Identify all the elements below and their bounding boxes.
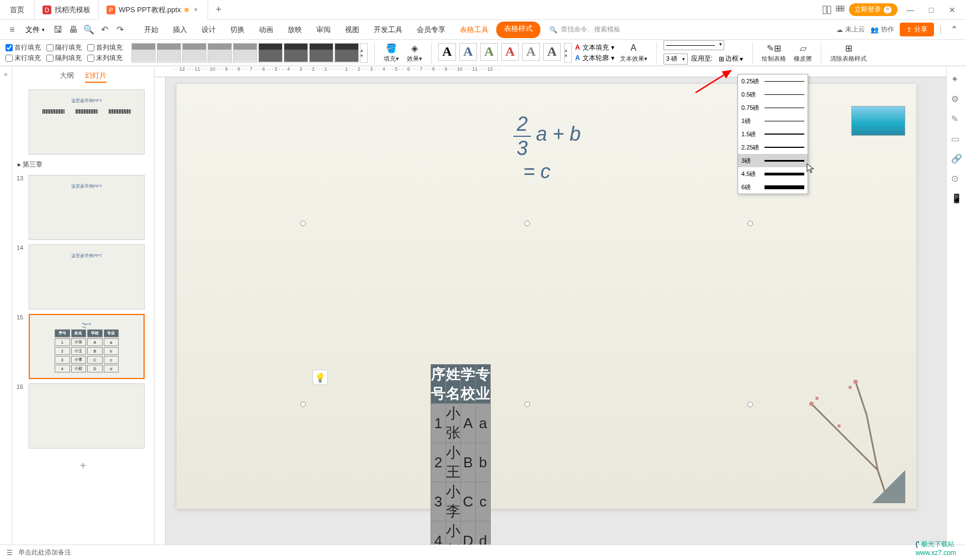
selection-handle[interactable] bbox=[300, 221, 306, 226]
chapter-header[interactable]: ▸ 第三章 bbox=[12, 157, 154, 173]
tab-design[interactable]: 设计 bbox=[195, 22, 222, 38]
minimize-button[interactable]: — bbox=[902, 6, 919, 14]
location-icon[interactable]: ⊙ bbox=[951, 173, 962, 184]
tab-start[interactable]: 开始 bbox=[137, 22, 165, 38]
slide-image[interactable] bbox=[851, 106, 905, 136]
maximize-button[interactable]: □ bbox=[923, 6, 940, 14]
login-button[interactable]: 立即登录 bbox=[849, 3, 898, 16]
slide-thumb-14[interactable]: 这里是举例PPT bbox=[29, 244, 145, 310]
fill-button[interactable]: 🪣填充▾ bbox=[381, 42, 401, 63]
tab-template[interactable]: D 找稻壳模板 bbox=[35, 0, 99, 20]
save-icon[interactable]: 🖫 bbox=[51, 23, 65, 36]
file-menu[interactable]: 文件▾ bbox=[21, 23, 49, 37]
selection-handle[interactable] bbox=[524, 402, 530, 407]
line-weight-select[interactable]: 3 磅▾ bbox=[664, 54, 688, 65]
clear-style-button[interactable]: ⊞清除表格样式 bbox=[828, 42, 869, 63]
main-table[interactable]: 序号 姓名 学校 专业 1小张Aa 2小王Bb 3小李Cc 4小赵Dd bbox=[431, 364, 491, 545]
wordart-gallery[interactable]: A A A A A A ▴▾ bbox=[438, 43, 572, 63]
slide-thumb-13[interactable]: 这里是举例PPT bbox=[29, 175, 145, 240]
share-button[interactable]: ⇪分享 bbox=[900, 23, 934, 36]
new-tab-button[interactable]: + bbox=[208, 4, 230, 15]
statusbar: ☰ 单击此处添加备注 bbox=[0, 545, 966, 560]
tab-slideshow[interactable]: 放映 bbox=[281, 22, 309, 38]
svg-rect-9 bbox=[836, 9, 838, 11]
collab-button[interactable]: 👥协作 bbox=[871, 25, 894, 34]
design-icon[interactable]: ✦ bbox=[951, 74, 962, 85]
tab-transition[interactable]: 切换 bbox=[224, 22, 251, 38]
table-style-gallery[interactable]: document.write(Array(9).fill(0).map((_,i… bbox=[131, 43, 368, 63]
tab-home[interactable]: 首页 bbox=[0, 0, 35, 20]
check-alt-row[interactable]: 隔行填充 bbox=[46, 43, 82, 52]
undo-icon[interactable]: ↶ bbox=[98, 23, 111, 36]
gallery-more-icon[interactable]: ▴▾ bbox=[360, 43, 368, 63]
close-button[interactable]: ✕ bbox=[944, 6, 960, 14]
search-input[interactable]: 🔍 查找命令、搜索模板 bbox=[549, 25, 620, 34]
weight-option[interactable]: 0.5磅 bbox=[738, 88, 808, 101]
weight-option[interactable]: 2.25磅 bbox=[738, 141, 808, 154]
selection-handle[interactable] bbox=[524, 221, 530, 226]
add-slide-button[interactable]: + bbox=[12, 451, 154, 481]
link-icon[interactable]: 🔗 bbox=[951, 153, 962, 164]
notes-icon[interactable]: ☰ bbox=[7, 549, 13, 557]
eraser-button[interactable]: ▱橡皮擦 bbox=[792, 42, 814, 63]
present-icon[interactable]: ▭ bbox=[951, 134, 962, 145]
table-header[interactable]: 序号 bbox=[431, 365, 446, 404]
tab-animation[interactable]: 动画 bbox=[252, 22, 280, 38]
panel-collapse-button[interactable]: « bbox=[0, 66, 12, 545]
tab-document[interactable]: P WPS PPT教程.pptx ▾ bbox=[99, 0, 208, 20]
notes-placeholder[interactable]: 单击此处添加备注 bbox=[18, 548, 71, 557]
effect-button[interactable]: ◈效果▾ bbox=[405, 42, 424, 63]
border-button[interactable]: ⊞边框▾ bbox=[716, 52, 746, 65]
selection-handle[interactable] bbox=[300, 402, 306, 407]
weight-option[interactable]: 1磅 bbox=[738, 114, 808, 127]
check-first-col[interactable]: 首列填充 bbox=[87, 43, 123, 52]
text-effect-button[interactable]: A文本效果▾ bbox=[618, 42, 650, 63]
tab-view[interactable]: 视图 bbox=[338, 22, 366, 38]
text-fill-button[interactable]: A文本填充▾ bbox=[575, 43, 614, 52]
menu-icon[interactable]: ≡ bbox=[6, 23, 19, 36]
check-alt-col[interactable]: 隔列填充 bbox=[46, 54, 82, 63]
print-icon[interactable]: 🖶 bbox=[67, 23, 80, 36]
check-last-col[interactable]: 末列填充 bbox=[87, 54, 123, 63]
draw-table-button[interactable]: ✎⊞绘制表格 bbox=[760, 42, 788, 63]
preview-icon[interactable]: 🔍 bbox=[82, 23, 95, 36]
line-style-select[interactable]: ▾ bbox=[664, 40, 724, 50]
slide-thumb[interactable]: 这里是举例PPT bbox=[29, 89, 145, 154]
settings-icon[interactable]: ⚙ bbox=[951, 94, 962, 105]
tab-insert[interactable]: 插入 bbox=[166, 22, 194, 38]
weight-option[interactable]: 3磅 bbox=[738, 154, 808, 167]
tab-table-style[interactable]: 表格样式 bbox=[496, 22, 540, 38]
cloud-status[interactable]: ☁未上云 bbox=[836, 25, 865, 34]
dropdown-icon[interactable]: ▾ bbox=[192, 6, 200, 13]
weight-option[interactable]: 1.5磅 bbox=[738, 127, 808, 141]
equation-object[interactable]: 23 a + b = c bbox=[513, 113, 581, 183]
redo-icon[interactable]: ↷ bbox=[113, 23, 126, 36]
tab-slides[interactable]: 幻灯片 bbox=[85, 71, 107, 83]
phone-icon[interactable]: 📱 bbox=[951, 193, 962, 204]
table-header[interactable]: 学校 bbox=[461, 365, 476, 404]
weight-option[interactable]: 0.75磅 bbox=[738, 101, 808, 114]
selection-handle[interactable] bbox=[747, 402, 753, 407]
layout1-icon[interactable] bbox=[822, 6, 831, 14]
tools-icon[interactable]: ✎ bbox=[951, 114, 962, 125]
tab-review[interactable]: 审阅 bbox=[310, 22, 337, 38]
tab-devtools[interactable]: 开发工具 bbox=[367, 22, 409, 38]
weight-option[interactable]: 6磅 bbox=[738, 180, 808, 194]
slide-thumb-16[interactable] bbox=[29, 383, 145, 449]
check-first-row[interactable]: 首行填充 bbox=[6, 43, 41, 52]
layout2-icon[interactable] bbox=[836, 6, 845, 14]
tab-outline[interactable]: 大纲 bbox=[60, 71, 74, 83]
check-last-row[interactable]: 末行填充 bbox=[6, 54, 41, 63]
text-outline-button[interactable]: A文本轮廓▾ bbox=[575, 54, 614, 63]
slide-thumb-15[interactable]: ⅔a+b=c 序号姓名学校专业1小张Aa2小王Bb3小李Cc4小赵Dd bbox=[29, 314, 145, 379]
lightbulb-icon[interactable]: 💡 bbox=[312, 370, 328, 385]
table-header[interactable]: 姓名 bbox=[446, 365, 461, 404]
tab-member[interactable]: 会员专享 bbox=[410, 22, 452, 38]
weight-option[interactable]: 4.5磅 bbox=[738, 167, 808, 180]
weight-option[interactable]: 0.25磅 bbox=[738, 74, 808, 88]
collapse-ribbon-icon[interactable]: ⌃ bbox=[947, 23, 960, 36]
table-header[interactable]: 专业 bbox=[476, 365, 491, 404]
wordart-more-icon[interactable]: ▴▾ bbox=[564, 43, 572, 63]
tab-table-tools[interactable]: 表格工具 bbox=[453, 22, 495, 38]
selection-handle[interactable] bbox=[747, 221, 753, 226]
